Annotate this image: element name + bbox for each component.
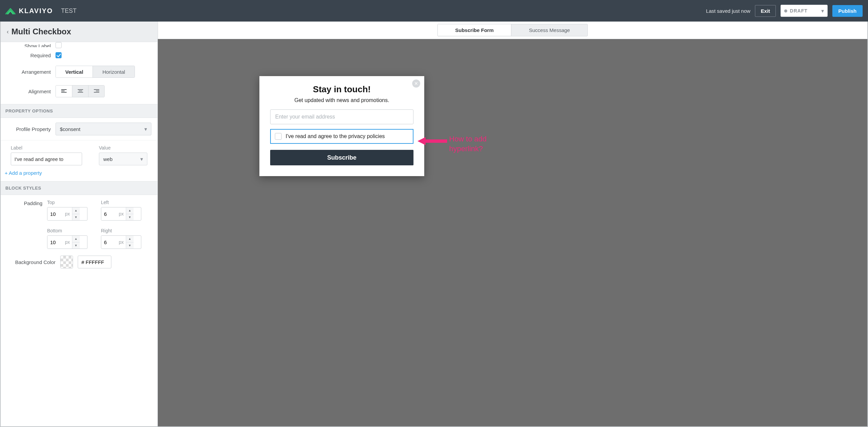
required-checkbox[interactable] xyxy=(56,52,62,58)
stepper-up-icon[interactable]: ▲ xyxy=(126,207,133,214)
sidebar-header: ‹ Multi Checkbox xyxy=(1,22,157,42)
exit-button[interactable]: Exit xyxy=(755,5,776,17)
value-field-label: Value xyxy=(99,145,147,150)
tab-subscribe-form[interactable]: Subscribe Form xyxy=(438,24,511,36)
arrangement-vertical-button[interactable]: Vertical xyxy=(56,66,93,78)
app-header: KLAVIYO TEST Last saved just now Exit DR… xyxy=(0,0,868,22)
status-dot-icon xyxy=(784,9,787,12)
stepper-up-icon[interactable]: ▲ xyxy=(126,236,133,242)
stepper-down-icon[interactable]: ▼ xyxy=(126,214,133,221)
stepper-down-icon[interactable]: ▼ xyxy=(72,214,80,221)
status-text: DRAFT xyxy=(790,8,807,13)
align-right-icon xyxy=(94,89,99,93)
tab-success-message[interactable]: Success Message xyxy=(511,24,587,36)
klaviyo-logo-icon xyxy=(5,7,16,15)
label-input[interactable] xyxy=(11,152,82,165)
arrangement-horizontal-button[interactable]: Horizontal xyxy=(93,66,134,78)
padding-left-label: Left xyxy=(101,200,141,205)
padding-bottom-label: Bottom xyxy=(47,228,88,233)
padding-top-stepper[interactable]: px ▲▼ xyxy=(47,207,88,221)
padding-top-input[interactable] xyxy=(48,207,63,220)
padding-right-input[interactable] xyxy=(101,236,117,249)
padding-right-label: Right xyxy=(101,228,141,233)
alignment-segmented xyxy=(56,85,105,97)
consent-text: I've read and agree to the privacy polic… xyxy=(286,133,385,139)
stepper-up-icon[interactable]: ▲ xyxy=(72,207,80,214)
section-property-options: PROPERTY OPTIONS xyxy=(1,104,157,118)
stepper-down-icon[interactable]: ▼ xyxy=(72,242,80,249)
back-chevron-icon[interactable]: ‹ xyxy=(7,28,9,35)
padding-left-input[interactable] xyxy=(101,207,117,220)
show-label-label: Show Label xyxy=(7,43,56,47)
stepper-down-icon[interactable]: ▼ xyxy=(126,242,133,249)
unit-label: px xyxy=(63,236,72,249)
status-dropdown[interactable]: DRAFT xyxy=(780,5,828,17)
annotation: How to add hyperlink? xyxy=(417,134,503,153)
label-field-label: Label xyxy=(11,145,82,150)
modal-subtitle: Get updated with news and promotions. xyxy=(270,97,413,104)
align-left-button[interactable] xyxy=(56,86,72,97)
unit-label: px xyxy=(117,207,126,220)
consent-checkbox[interactable] xyxy=(275,133,282,140)
align-center-icon xyxy=(78,89,83,93)
email-input[interactable] xyxy=(270,109,413,124)
align-center-button[interactable] xyxy=(72,86,88,97)
brand-text: KLAVIYO xyxy=(19,7,53,15)
padding-left-stepper[interactable]: px ▲▼ xyxy=(101,207,141,221)
section-block-styles: BLOCK STYLES xyxy=(1,181,157,195)
arrangement-segmented: Vertical Horizontal xyxy=(56,66,135,78)
padding-right-stepper[interactable]: px ▲▼ xyxy=(101,235,141,249)
profile-property-select[interactable]: $consent xyxy=(56,122,151,135)
bg-color-label: Background Color xyxy=(7,259,56,265)
sidebar-title: Multi Checkbox xyxy=(11,27,71,36)
value-select-text: web xyxy=(103,156,113,162)
chevron-down-icon xyxy=(140,156,143,162)
arrangement-label: Arrangement xyxy=(7,69,56,75)
add-property-link[interactable]: + Add a property xyxy=(1,167,46,181)
padding-bottom-stepper[interactable]: px ▲▼ xyxy=(47,235,88,249)
preview-tabs: Subscribe Form Success Message xyxy=(437,24,588,36)
align-left-icon xyxy=(61,89,67,93)
value-select[interactable]: web xyxy=(99,152,147,165)
subscribe-button[interactable]: Subscribe xyxy=(270,150,413,165)
preview-canvas: ✕ Stay in touch! Get updated with news a… xyxy=(158,39,867,426)
align-right-button[interactable] xyxy=(88,86,104,97)
padding-label: Padding xyxy=(7,200,47,206)
padding-bottom-input[interactable] xyxy=(48,236,63,249)
chevron-down-icon xyxy=(144,126,147,132)
show-label-checkbox[interactable] xyxy=(56,42,62,48)
close-icon[interactable]: ✕ xyxy=(412,80,420,88)
editor-sidebar: ‹ Multi Checkbox Show Label Required Arr… xyxy=(1,22,158,426)
stepper-up-icon[interactable]: ▲ xyxy=(72,236,80,242)
profile-property-label: Profile Property xyxy=(7,126,56,132)
form-preview-modal: ✕ Stay in touch! Get updated with news a… xyxy=(259,76,424,176)
project-name: TEST xyxy=(61,7,76,15)
publish-button[interactable]: Publish xyxy=(832,5,863,17)
last-saved: Last saved just now xyxy=(706,8,751,14)
unit-label: px xyxy=(63,207,72,220)
chevron-down-icon xyxy=(820,8,824,14)
color-swatch[interactable] xyxy=(60,256,73,268)
preview-area: Subscribe Form Success Message ✕ Stay in… xyxy=(158,22,867,426)
consent-block[interactable]: I've read and agree to the privacy polic… xyxy=(270,129,413,144)
unit-label: px xyxy=(117,236,126,249)
modal-title: Stay in touch! xyxy=(270,84,413,95)
profile-property-value: $consent xyxy=(60,126,81,132)
brand-wrap: KLAVIYO xyxy=(5,7,53,15)
annotation-text: How to add hyperlink? xyxy=(449,134,503,153)
padding-top-label: Top xyxy=(47,200,88,205)
bg-color-input[interactable] xyxy=(78,256,111,268)
required-label: Required xyxy=(7,53,56,58)
alignment-label: Alignment xyxy=(7,89,56,94)
